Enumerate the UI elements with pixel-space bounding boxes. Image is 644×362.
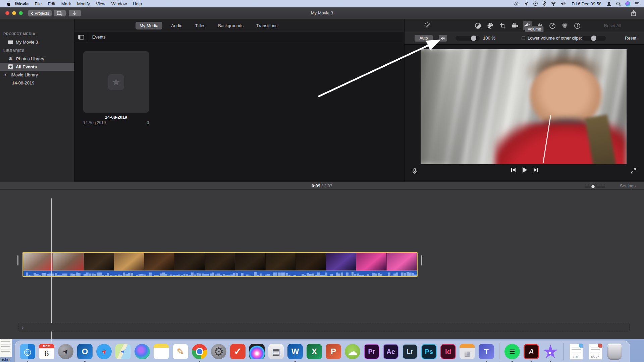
clip-frame-10 [326,253,356,270]
menu-item-help[interactable]: Help [130,1,145,6]
skip-back-button[interactable] [511,167,517,174]
clip-frame-3 [114,253,144,270]
sidebar-toggle-icon[interactable] [74,32,88,42]
menu-item-mark[interactable]: Mark [58,1,74,6]
settings-button[interactable]: Settings [620,183,636,188]
sidebar-item-14-08-2019[interactable]: 14-08-2019 [0,79,74,87]
dock-calendar[interactable]: DEC6 [38,343,55,360]
flower-icon: ✽ [8,56,13,61]
dock-acrobat[interactable]: A [523,343,540,360]
menu-item-file[interactable]: File [32,1,45,6]
sidebar-section-header: PROJECT MEDIA [0,29,74,38]
dock-outlook[interactable]: O [76,343,93,360]
enhance-wand-icon[interactable] [423,21,432,32]
mute-button[interactable] [439,35,447,42]
dock-premiere-pro[interactable]: Pr [363,343,380,360]
dock-chrome[interactable] [191,343,208,360]
search-icon[interactable] [616,1,621,6]
location-icon[interactable] [523,1,528,6]
trim-handle-left[interactable] [17,255,18,265]
fullscreen-icon[interactable] [631,168,636,175]
dock-cloud-video[interactable]: ☁ [344,343,361,360]
menu-item-window[interactable]: Window [108,1,130,6]
dock-calculator[interactable]: ▦ [459,343,476,360]
notification-center-icon[interactable] [635,1,640,6]
crop-icon[interactable] [498,21,507,30]
volume-status-icon[interactable] [561,1,567,6]
reset-all-button[interactable]: Reset All [604,23,621,28]
menu-item-edit[interactable]: Edit [45,1,58,6]
auto-volume-button[interactable]: Auto [415,35,433,42]
filters-effects-icon[interactable] [560,21,569,30]
color-correction-icon[interactable] [486,21,495,30]
reset-button[interactable]: Reset [625,36,636,41]
dock-siri[interactable] [134,343,151,360]
desktop-file-icon[interactable] [0,337,12,357]
dock-lightroom[interactable]: Lr [401,343,418,360]
color-balance-icon[interactable] [473,21,482,30]
info-icon[interactable] [573,21,582,30]
speed-icon[interactable] [548,21,557,30]
dock-final-cut-pro[interactable] [249,343,265,360]
timeline-zoom-slider[interactable] [584,183,606,190]
dock-word[interactable]: W [287,343,304,360]
tab-transitions[interactable]: Transitions [252,22,281,29]
background-music-well[interactable]: ♪ [18,323,630,331]
dock-trash[interactable] [606,343,623,360]
timeline-clip[interactable] [22,252,418,277]
time-machine-icon[interactable] [533,1,538,6]
sidebar-item-imovie-library[interactable]: ▼iMovie Library [0,71,74,79]
dock-rtf-file[interactable]: RTF [568,343,585,360]
dock-finder[interactable]: ☺ [19,343,36,360]
bluetooth-icon[interactable] [542,1,546,6]
dock-todoist[interactable]: ✓ [229,343,246,360]
tab-my-media[interactable]: My Media [136,22,162,29]
dock-pages[interactable]: ✎ [172,343,189,360]
sidebar-item-all-events[interactable]: ★All Events [0,63,74,71]
tab-titles[interactable]: Titles [191,22,210,29]
user-icon[interactable] [606,1,611,6]
volume-slider[interactable] [455,36,480,41]
dock-imovie[interactable]: ★▶ [542,343,559,360]
trim-handle-right[interactable] [421,255,422,265]
menu-app-name[interactable]: iMovie [12,1,32,6]
menu-bar: iMovie FileEditMarkModifyViewWindowHelp … [0,0,644,7]
sidebar-item-photos-library[interactable]: ✽Photos Library [0,55,74,63]
menu-item-view[interactable]: View [93,1,108,6]
dock-indesign[interactable]: Id [440,343,457,360]
share-icon[interactable] [631,10,637,18]
dock-system-preferences[interactable]: ⚙ [210,343,227,360]
apple-menu-icon[interactable] [6,1,11,6]
lower-volume-checkbox[interactable] [522,36,525,40]
dock-after-effects[interactable]: Ae [382,343,399,360]
dock-photoshop[interactable]: Ps [421,343,437,360]
siri-icon[interactable] [625,1,630,6]
stabilization-icon[interactable] [511,21,520,30]
menu-clock[interactable]: Fri 6 Dec 09:58 [571,1,602,6]
tab-audio[interactable]: Audio [167,22,186,29]
skip-forward-button[interactable] [533,167,539,174]
dock-docx-file[interactable]: DOCX [587,343,604,360]
dock-safari[interactable]: ➤ [96,343,112,360]
dock-notes[interactable] [153,343,170,360]
menu-item-modify[interactable]: Modify [74,1,93,6]
wifi-icon[interactable] [550,1,556,6]
sidebar-item-my-movie-3[interactable]: My Movie 3 [0,38,74,46]
tab-backgrounds[interactable]: Backgrounds [214,22,248,29]
other-clips-slider[interactable] [582,36,606,41]
dock-printer[interactable]: ▤ [268,343,284,360]
dock-powerpoint[interactable]: P [325,343,342,360]
dock-spotify[interactable]: ≡ [504,343,521,360]
event-thumbnail[interactable]: ★ [83,51,149,113]
screen-record-icon[interactable] [514,1,519,6]
dock-excel[interactable]: X [306,343,323,360]
photoshop-glyph: Ps [425,348,433,355]
video-preview[interactable] [421,49,627,164]
play-button[interactable] [521,167,528,175]
dock-launchpad[interactable]: ➤ [57,343,74,360]
dock-maps[interactable]: ➤ [115,343,131,360]
imovie-window: Projects My Movie 3 PROJECT MEDIAMy Movi… [0,7,644,339]
playhead[interactable] [51,198,52,343]
dock-teams[interactable]: T [478,343,495,360]
clip-frame-9 [296,253,326,270]
